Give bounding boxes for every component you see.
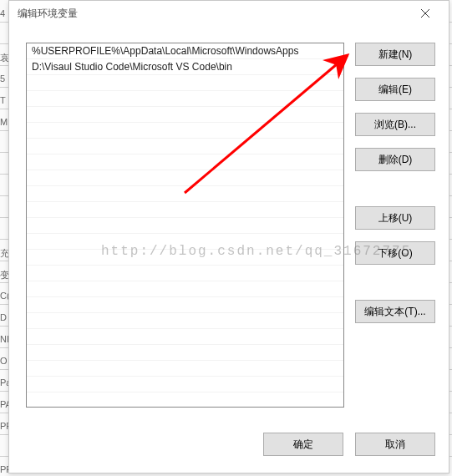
- cancel-button[interactable]: 取消: [355, 433, 435, 456]
- list-item[interactable]: [27, 234, 343, 250]
- backdrop-row-text: 4: [0, 8, 5, 18]
- list-item[interactable]: D:\Visaul Studio Code\Microsoft VS Code\…: [27, 59, 343, 75]
- list-item[interactable]: %USERPROFILE%\AppData\Local\Microsoft\Wi…: [27, 43, 343, 59]
- backdrop-row-text: M: [0, 117, 8, 127]
- list-item[interactable]: [27, 186, 343, 202]
- list-item[interactable]: [27, 377, 343, 392]
- new-button[interactable]: 新建(N): [355, 43, 435, 66]
- list-item[interactable]: [27, 202, 343, 218]
- list-item[interactable]: [27, 170, 343, 186]
- backdrop-row-text: T: [0, 95, 6, 105]
- list-item[interactable]: [27, 329, 343, 345]
- titlebar: 编辑环境变量: [9, 1, 449, 26]
- list-item[interactable]: [27, 75, 343, 91]
- move-up-button[interactable]: 上移(U): [355, 206, 435, 230]
- list-item[interactable]: [27, 345, 343, 361]
- list-item[interactable]: [27, 107, 343, 123]
- close-button[interactable]: [409, 2, 442, 25]
- edit-button[interactable]: 编辑(E): [355, 78, 435, 101]
- list-item[interactable]: [27, 250, 343, 266]
- backdrop-row-text: O: [0, 356, 8, 366]
- list-item[interactable]: [27, 218, 343, 234]
- backdrop-row-text: D: [0, 312, 7, 322]
- edit-text-button[interactable]: 编辑文本(T)...: [355, 300, 435, 323]
- list-item[interactable]: [27, 361, 343, 377]
- dialog-title: 编辑环境变量: [18, 7, 409, 21]
- path-listbox[interactable]: %USERPROFILE%\AppData\Local\Microsoft\Wi…: [26, 43, 344, 408]
- list-item[interactable]: [27, 91, 343, 107]
- list-item[interactable]: [27, 123, 343, 139]
- delete-button[interactable]: 删除(D): [355, 148, 435, 171]
- list-item[interactable]: [27, 266, 343, 281]
- list-item[interactable]: [27, 139, 343, 154]
- list-item[interactable]: [27, 297, 343, 313]
- edit-env-var-dialog: 编辑环境变量 %USERPROFILE%\AppData\Local\Micro…: [8, 0, 449, 473]
- browse-button[interactable]: 浏览(B)...: [355, 113, 435, 136]
- list-item[interactable]: [27, 313, 343, 329]
- ok-button[interactable]: 确定: [263, 433, 343, 456]
- list-item[interactable]: [27, 281, 343, 297]
- backdrop-row-text: 5: [0, 73, 5, 84]
- close-icon: [421, 9, 429, 18]
- list-item[interactable]: [27, 154, 343, 170]
- move-down-button[interactable]: 下移(O): [355, 241, 435, 265]
